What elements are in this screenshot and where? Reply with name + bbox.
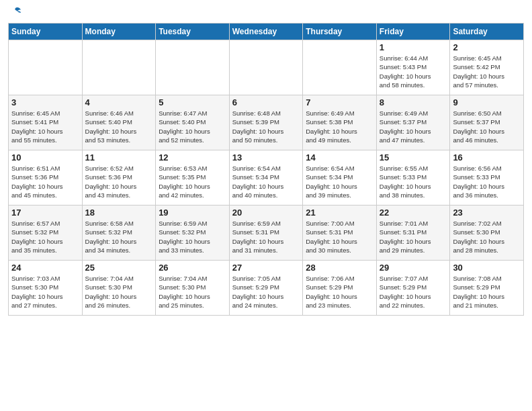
day-number: 4 [85, 97, 153, 107]
day-info: Sunrise: 7:08 AM Sunset: 5:29 PM Dayligh… [453, 274, 521, 310]
page-container: SundayMondayTuesdayWednesdayThursdayFrid… [0, 0, 532, 320]
day-number: 16 [453, 152, 521, 163]
weekday-header-tuesday: Tuesday [156, 24, 230, 40]
day-info: Sunrise: 6:58 AM Sunset: 5:32 PM Dayligh… [85, 219, 153, 255]
day-number: 22 [380, 208, 447, 218]
day-info: Sunrise: 6:49 AM Sunset: 5:37 PM Dayligh… [380, 109, 447, 144]
calendar-cell: 13Sunrise: 6:54 AM Sunset: 5:34 PM Dayli… [229, 150, 303, 205]
calendar-cell: 17Sunrise: 6:57 AM Sunset: 5:32 PM Dayli… [9, 205, 83, 261]
header [8, 7, 524, 17]
day-number: 30 [453, 263, 521, 273]
day-number: 26 [159, 263, 226, 273]
day-info: Sunrise: 6:46 AM Sunset: 5:40 PM Dayligh… [85, 109, 153, 144]
calendar-cell: 30Sunrise: 7:08 AM Sunset: 5:29 PM Dayli… [450, 261, 524, 316]
day-number: 11 [85, 152, 153, 163]
calendar-cell: 10Sunrise: 6:51 AM Sunset: 5:36 PM Dayli… [9, 150, 83, 205]
day-number: 14 [306, 152, 373, 163]
calendar-cell: 18Sunrise: 6:58 AM Sunset: 5:32 PM Dayli… [82, 205, 156, 261]
day-info: Sunrise: 6:56 AM Sunset: 5:33 PM Dayligh… [453, 164, 521, 199]
calendar-cell [82, 40, 156, 95]
calendar-week-row: 1Sunrise: 6:44 AM Sunset: 5:43 PM Daylig… [9, 40, 524, 95]
calendar-cell: 21Sunrise: 7:00 AM Sunset: 5:31 PM Dayli… [303, 205, 377, 261]
day-number: 1 [380, 42, 447, 52]
calendar-cell: 16Sunrise: 6:56 AM Sunset: 5:33 PM Dayli… [450, 150, 524, 205]
day-info: Sunrise: 6:57 AM Sunset: 5:32 PM Dayligh… [11, 219, 79, 255]
day-number: 29 [380, 263, 447, 273]
calendar-table: SundayMondayTuesdayWednesdayThursdayFrid… [8, 23, 524, 316]
calendar-cell: 22Sunrise: 7:01 AM Sunset: 5:31 PM Dayli… [376, 205, 450, 261]
day-number: 8 [380, 97, 447, 107]
calendar-cell: 26Sunrise: 7:04 AM Sunset: 5:30 PM Dayli… [156, 261, 230, 316]
day-info: Sunrise: 6:50 AM Sunset: 5:37 PM Dayligh… [453, 109, 521, 144]
day-number: 6 [232, 97, 300, 107]
day-number: 15 [380, 152, 447, 163]
day-info: Sunrise: 6:48 AM Sunset: 5:39 PM Dayligh… [232, 109, 300, 144]
day-number: 21 [306, 208, 373, 218]
day-number: 2 [453, 42, 521, 52]
day-info: Sunrise: 6:59 AM Sunset: 5:31 PM Dayligh… [232, 219, 300, 255]
calendar-cell: 15Sunrise: 6:55 AM Sunset: 5:33 PM Dayli… [376, 150, 450, 205]
calendar-cell: 25Sunrise: 7:04 AM Sunset: 5:30 PM Dayli… [82, 261, 156, 316]
day-number: 12 [159, 152, 226, 163]
day-number: 28 [306, 263, 373, 273]
weekday-header-friday: Friday [376, 24, 450, 40]
day-info: Sunrise: 6:45 AM Sunset: 5:42 PM Dayligh… [453, 54, 521, 89]
calendar-cell: 6Sunrise: 6:48 AM Sunset: 5:39 PM Daylig… [229, 95, 303, 150]
calendar-cell: 24Sunrise: 7:03 AM Sunset: 5:30 PM Dayli… [9, 261, 83, 316]
weekday-header-sunday: Sunday [9, 24, 83, 40]
day-info: Sunrise: 6:54 AM Sunset: 5:34 PM Dayligh… [232, 164, 300, 199]
day-info: Sunrise: 6:54 AM Sunset: 5:34 PM Dayligh… [306, 164, 373, 199]
calendar-week-row: 17Sunrise: 6:57 AM Sunset: 5:32 PM Dayli… [9, 205, 524, 261]
day-info: Sunrise: 7:01 AM Sunset: 5:31 PM Dayligh… [380, 219, 447, 255]
day-info: Sunrise: 6:45 AM Sunset: 5:41 PM Dayligh… [11, 109, 79, 144]
day-info: Sunrise: 6:49 AM Sunset: 5:38 PM Dayligh… [306, 109, 373, 144]
day-info: Sunrise: 7:03 AM Sunset: 5:30 PM Dayligh… [11, 274, 79, 310]
day-number: 25 [85, 263, 153, 273]
weekday-header-monday: Monday [82, 24, 156, 40]
day-number: 27 [232, 263, 300, 273]
calendar-week-row: 10Sunrise: 6:51 AM Sunset: 5:36 PM Dayli… [9, 150, 524, 205]
calendar-cell: 23Sunrise: 7:02 AM Sunset: 5:30 PM Dayli… [450, 205, 524, 261]
calendar-cell: 29Sunrise: 7:07 AM Sunset: 5:29 PM Dayli… [376, 261, 450, 316]
calendar-cell: 4Sunrise: 6:46 AM Sunset: 5:40 PM Daylig… [82, 95, 156, 150]
calendar-cell: 2Sunrise: 6:45 AM Sunset: 5:42 PM Daylig… [450, 40, 524, 95]
calendar-cell [9, 40, 83, 95]
calendar-cell: 14Sunrise: 6:54 AM Sunset: 5:34 PM Dayli… [303, 150, 377, 205]
day-number: 24 [11, 263, 79, 273]
day-info: Sunrise: 7:06 AM Sunset: 5:29 PM Dayligh… [306, 274, 373, 310]
weekday-header-row: SundayMondayTuesdayWednesdayThursdayFrid… [9, 24, 524, 40]
day-number: 3 [11, 97, 79, 107]
weekday-header-saturday: Saturday [450, 24, 524, 40]
calendar-week-row: 3Sunrise: 6:45 AM Sunset: 5:41 PM Daylig… [9, 95, 524, 150]
calendar-cell: 19Sunrise: 6:59 AM Sunset: 5:32 PM Dayli… [156, 205, 230, 261]
day-info: Sunrise: 7:04 AM Sunset: 5:30 PM Dayligh… [159, 274, 226, 310]
calendar-cell: 1Sunrise: 6:44 AM Sunset: 5:43 PM Daylig… [376, 40, 450, 95]
calendar-cell: 20Sunrise: 6:59 AM Sunset: 5:31 PM Dayli… [229, 205, 303, 261]
day-info: Sunrise: 7:00 AM Sunset: 5:31 PM Dayligh… [306, 219, 373, 255]
day-number: 13 [232, 152, 300, 163]
day-info: Sunrise: 7:05 AM Sunset: 5:29 PM Dayligh… [232, 274, 300, 310]
day-number: 18 [85, 208, 153, 218]
day-number: 20 [232, 208, 300, 218]
calendar-cell: 7Sunrise: 6:49 AM Sunset: 5:38 PM Daylig… [303, 95, 377, 150]
day-info: Sunrise: 6:53 AM Sunset: 5:35 PM Dayligh… [159, 164, 226, 199]
calendar-cell: 9Sunrise: 6:50 AM Sunset: 5:37 PM Daylig… [450, 95, 524, 150]
logo-bird-icon [9, 7, 21, 17]
calendar-cell [156, 40, 230, 95]
day-info: Sunrise: 7:07 AM Sunset: 5:29 PM Dayligh… [380, 274, 447, 310]
day-number: 19 [159, 208, 226, 218]
day-info: Sunrise: 6:44 AM Sunset: 5:43 PM Dayligh… [380, 54, 447, 89]
day-info: Sunrise: 6:55 AM Sunset: 5:33 PM Dayligh… [380, 164, 447, 199]
logo [8, 7, 21, 17]
day-info: Sunrise: 6:47 AM Sunset: 5:40 PM Dayligh… [159, 109, 226, 144]
day-info: Sunrise: 6:52 AM Sunset: 5:36 PM Dayligh… [85, 164, 153, 199]
calendar-cell: 27Sunrise: 7:05 AM Sunset: 5:29 PM Dayli… [229, 261, 303, 316]
day-number: 9 [453, 97, 521, 107]
weekday-header-thursday: Thursday [303, 24, 377, 40]
calendar-cell [229, 40, 303, 95]
day-info: Sunrise: 7:02 AM Sunset: 5:30 PM Dayligh… [453, 219, 521, 255]
day-number: 17 [11, 208, 79, 218]
day-info: Sunrise: 6:59 AM Sunset: 5:32 PM Dayligh… [159, 219, 226, 255]
day-info: Sunrise: 7:04 AM Sunset: 5:30 PM Dayligh… [85, 274, 153, 310]
calendar-cell: 11Sunrise: 6:52 AM Sunset: 5:36 PM Dayli… [82, 150, 156, 205]
